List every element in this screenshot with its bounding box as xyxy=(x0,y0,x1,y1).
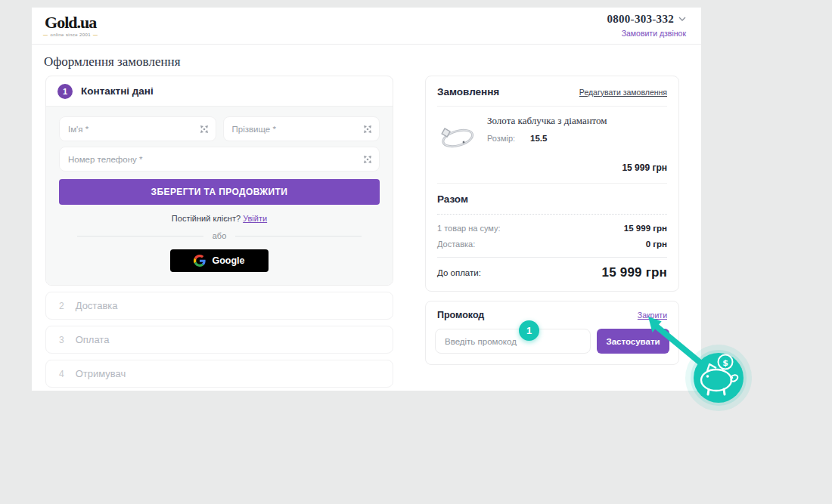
phone-field[interactable] xyxy=(59,147,380,172)
due-label: До оплати: xyxy=(437,268,481,277)
or-divider: або xyxy=(77,231,362,240)
chevron-down-icon xyxy=(678,17,686,21)
google-signin-button[interactable]: Google xyxy=(170,249,269,272)
edit-order-link[interactable]: Редагувати замовлення xyxy=(579,88,667,97)
last-name-field[interactable] xyxy=(223,116,380,141)
first-name-field[interactable] xyxy=(59,116,216,141)
logo-tagline: — online since 2001 — xyxy=(43,32,98,37)
logo-tagline-text: online since 2001 xyxy=(50,32,91,37)
size-value: 15.5 xyxy=(530,134,547,143)
google-button-label: Google xyxy=(212,255,244,266)
login-prompt: Постійний клієнт? Увійти xyxy=(59,214,380,223)
step-label: Доставка xyxy=(76,300,118,311)
product-price: 15 999 грн xyxy=(437,156,667,184)
first-name-input[interactable] xyxy=(68,125,200,134)
phone-input[interactable] xyxy=(68,155,363,164)
checkout-steps-column: 1 Контактні дані xyxy=(45,76,393,388)
step-number: 2 xyxy=(59,301,64,311)
logo-dash-left: — xyxy=(43,32,48,37)
logo-wordmark: Gold.ua xyxy=(45,14,96,31)
due-value: 15 999 грн xyxy=(602,265,667,280)
site-header: Gold.ua — online since 2001 — 0800-303-3… xyxy=(32,8,701,45)
apply-promo-button[interactable]: Застосувати xyxy=(597,329,669,354)
promo-close-link[interactable]: Закрити xyxy=(638,311,667,320)
contact-data-header: 1 Контактні дані xyxy=(46,76,393,106)
checkout-page-card: Gold.ua — online since 2001 — 0800-303-3… xyxy=(32,8,701,391)
promo-code-input[interactable] xyxy=(435,329,591,354)
google-g-icon xyxy=(194,255,206,267)
login-link[interactable]: Увійти xyxy=(243,214,267,223)
autofill-icon xyxy=(363,125,372,134)
order-product-row: Золота каблучка з діамантом Розмір: 15.5 xyxy=(437,107,667,156)
promo-code-panel: Промокод Закрити Застосувати 1 xyxy=(425,301,679,365)
product-name: Золота каблучка з діамантом xyxy=(487,115,667,127)
login-prompt-text: Постійний клієнт? xyxy=(172,214,241,223)
contact-data-title: Контактні дані xyxy=(81,85,154,97)
contact-data-panel: 1 Контактні дані xyxy=(45,76,393,286)
phone-dropdown[interactable]: 0800-303-332 xyxy=(607,13,686,26)
delivery-value: 0 грн xyxy=(646,240,667,249)
promo-title: Промокод xyxy=(437,310,484,320)
phone-number: 0800-303-332 xyxy=(607,13,674,26)
order-call-link[interactable]: Замовити дзвінок xyxy=(622,29,686,38)
autofill-icon xyxy=(200,125,209,134)
order-summary-column: Замовлення Редагувати замовлення xyxy=(425,76,679,365)
step-payment[interactable]: 3 Оплата xyxy=(45,326,393,354)
step-label: Оплата xyxy=(76,334,110,345)
step-number: 3 xyxy=(59,335,64,345)
or-divider-text: або xyxy=(213,231,227,240)
logo-dash-right: — xyxy=(93,32,98,37)
svg-text:$: $ xyxy=(722,358,728,368)
tutorial-step-badge: 1 xyxy=(519,320,539,341)
order-title: Замовлення xyxy=(437,86,499,97)
subtotal-value: 15 999 грн xyxy=(624,224,667,233)
page-title: Оформлення замовлення xyxy=(44,54,180,70)
delivery-label: Доставка: xyxy=(437,240,475,249)
site-logo[interactable]: Gold.ua — online since 2001 — xyxy=(43,14,98,37)
size-label: Розмір: xyxy=(487,134,515,143)
step-delivery[interactable]: 2 Доставка xyxy=(45,292,393,320)
order-summary-panel: Замовлення Редагувати замовлення xyxy=(425,76,679,292)
autofill-icon xyxy=(363,155,372,164)
header-contact-block: 0800-303-332 Замовити дзвінок xyxy=(607,13,686,39)
last-name-input[interactable] xyxy=(232,125,364,134)
step-number-badge: 1 xyxy=(57,84,73,99)
step-label: Отримувач xyxy=(76,368,126,379)
totals-title: Разом xyxy=(437,184,667,215)
product-ring-image xyxy=(437,115,478,156)
subtotal-label: 1 товар на суму: xyxy=(437,224,501,233)
step-recipient[interactable]: 4 Отримувач xyxy=(45,360,393,388)
contact-data-form: ЗБЕРЕГТИ ТА ПРОДОВЖИТИ Постійний клієнт?… xyxy=(46,106,393,285)
save-continue-button[interactable]: ЗБЕРЕГТИ ТА ПРОДОВЖИТИ xyxy=(59,179,380,205)
step-number: 4 xyxy=(59,369,64,379)
